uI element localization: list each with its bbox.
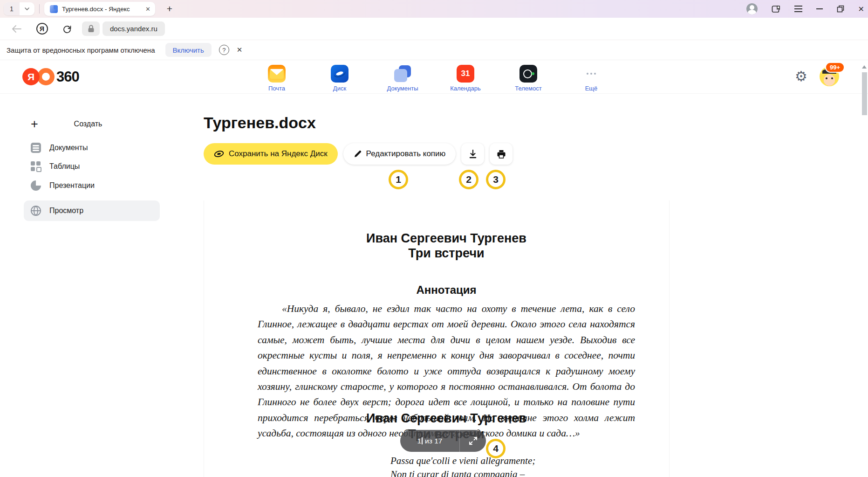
browser-menu-icon[interactable] — [794, 6, 802, 12]
edit-copy-button[interactable]: Редактировать копию — [343, 143, 456, 165]
page-indicator[interactable]: 1 из 17 — [400, 437, 459, 445]
yandex360-header: Я 360 Почта Диск Документы 31 Календарь — [0, 60, 868, 94]
sidebar-item-view[interactable]: Просмотр — [24, 200, 160, 221]
total-pages: 17 — [434, 437, 442, 445]
refresh-icon[interactable] — [58, 21, 76, 36]
page-navigator[interactable]: 1 из 17 — [400, 430, 486, 452]
plus-icon: + — [31, 117, 43, 131]
doc-heading2-author: Иван Сергеевич Тургенев — [258, 411, 635, 426]
annotation-badge-2: 2 — [459, 170, 478, 189]
help-icon[interactable]: ? — [219, 45, 229, 55]
notifications-badge: 99+ — [825, 62, 845, 73]
scrollbar-thumb[interactable] — [862, 72, 867, 115]
site-security-lock-icon[interactable] — [82, 21, 100, 36]
current-page: 1 — [417, 437, 422, 445]
doc-annotation-heading: Аннотация — [258, 283, 635, 297]
create-button[interactable]: + Создать — [31, 116, 161, 132]
warning-text: Защита от вредоносных программ отключена — [7, 46, 155, 54]
documents-icon — [394, 65, 411, 83]
download-icon — [469, 150, 477, 159]
service-calendar[interactable]: 31 Календарь — [447, 65, 484, 92]
services-nav: Почта Диск Документы 31 Календарь Телемо… — [0, 65, 868, 92]
protect-warning-bar: Защита от вредоносных программ отключена… — [0, 40, 868, 60]
address-bar[interactable]: docs.yandex.ru — [103, 21, 165, 36]
calendar-icon: 31 — [457, 65, 474, 83]
chevron-down-icon — [24, 6, 30, 12]
fullscreen-icon[interactable] — [460, 436, 486, 445]
browser-profile-avatar[interactable] — [746, 3, 758, 14]
doc-epigraph: Passa que'colli e vieni allegramente; No… — [390, 454, 535, 477]
tab-close-icon[interactable]: ✕ — [144, 6, 151, 13]
save-to-disk-button[interactable]: Сохранить на Яндекс Диск — [204, 143, 338, 165]
tab-group-selector[interactable]: 1 — [4, 2, 34, 15]
text-caret — [422, 437, 423, 444]
browser-tab-active[interactable]: Тургенев.docx - Яндекс ✕ — [44, 2, 155, 16]
settings-gear-icon[interactable]: ⚙ — [795, 69, 807, 83]
document-actions: Сохранить на Яндекс Диск Редактировать к… — [204, 143, 513, 165]
titlebar-divider — [39, 4, 40, 14]
browser-toolbar: Я docs.yandex.ru Тургенев.docx - Яндекс … — [0, 18, 868, 40]
annotation-badge-4: 4 — [486, 439, 506, 458]
document-title: Тургенев.docx — [204, 114, 316, 132]
tab-group-number: 1 — [4, 2, 20, 15]
ya-red-circle-icon: Я — [22, 68, 40, 85]
window-restore-button[interactable] — [837, 5, 844, 13]
window-close-button[interactable]: ✕ — [858, 5, 864, 14]
document-icon — [31, 143, 41, 153]
yandex-disk-icon — [214, 150, 224, 158]
yandex-docs-window: 1 Тургенев.docx - Яндекс ✕ + ✕ — [0, 0, 868, 477]
pie-chart-icon — [31, 180, 41, 191]
document-tab-icon — [50, 5, 58, 13]
service-telemost[interactable]: Телемост — [510, 65, 547, 92]
disk-icon — [331, 65, 349, 83]
table-grid-icon — [31, 161, 41, 172]
pencil-icon — [354, 150, 362, 158]
service-more[interactable]: Ещё — [573, 65, 609, 92]
annotation-badge-1: 1 — [389, 170, 408, 189]
sidebar-item-presentations[interactable]: Презентации — [24, 175, 160, 196]
telemost-icon — [519, 65, 537, 83]
sidebar-item-documents[interactable]: Документы — [24, 138, 160, 158]
user-avatar[interactable]: 99+ — [820, 67, 839, 86]
doc-heading-author: Иван Сергеевич Тургенев — [258, 231, 635, 246]
service-mail[interactable]: Почта — [259, 65, 295, 92]
more-dots-icon — [582, 65, 600, 83]
browser-titlebar: 1 Тургенев.docx - Яндекс ✕ + ✕ — [0, 0, 868, 18]
service-disk[interactable]: Диск — [321, 65, 358, 92]
create-label: Создать — [43, 120, 133, 128]
download-document-button[interactable] — [461, 143, 484, 165]
sidebar-item-tables[interactable]: Таблицы — [24, 156, 160, 177]
sidebar-panel-icon[interactable] — [772, 5, 780, 14]
print-document-button[interactable] — [490, 143, 513, 165]
enable-protection-button[interactable]: Включить — [165, 43, 212, 57]
window-minimize-button[interactable] — [816, 8, 823, 9]
warning-close-icon[interactable]: ✕ — [237, 46, 243, 54]
yandex-logo-icon[interactable]: Я — [33, 21, 51, 36]
back-icon[interactable] — [7, 21, 26, 36]
globe-icon — [31, 206, 41, 216]
tab-title: Тургенев.docx - Яндекс — [62, 6, 140, 13]
new-tab-button[interactable]: + — [162, 2, 178, 16]
printer-icon — [497, 150, 506, 159]
service-documents[interactable]: Документы — [384, 65, 421, 92]
mail-icon — [268, 65, 286, 83]
doc-heading-title: Три встречи — [258, 246, 635, 261]
scrollbar-up-arrow[interactable] — [862, 65, 867, 69]
annotation-badge-3: 3 — [486, 170, 506, 189]
